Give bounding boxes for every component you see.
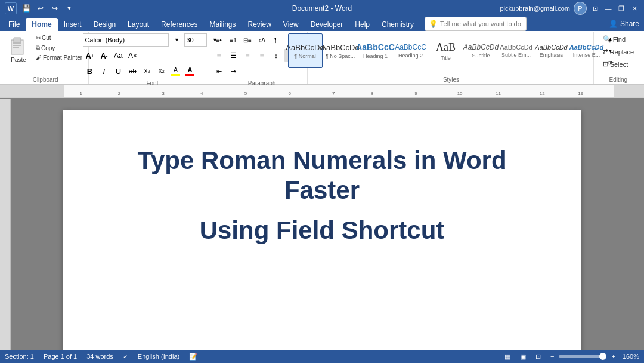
show-para-marks-button[interactable]: ¶ bbox=[270, 33, 283, 47]
share-button[interactable]: 👤 Share bbox=[609, 20, 639, 28]
justify-button[interactable]: ≡ bbox=[255, 49, 268, 62]
tab-chemistry[interactable]: Chemistry bbox=[376, 18, 420, 31]
language-indicator[interactable]: English (India) bbox=[138, 353, 179, 360]
svg-rect-1 bbox=[14, 38, 21, 42]
style-emphasis-preview: AaBbCcDd bbox=[535, 44, 567, 51]
font-name-input[interactable] bbox=[83, 33, 169, 47]
minimize-button[interactable]: — bbox=[603, 4, 613, 13]
title-bar-title: Document2 - Word bbox=[292, 4, 352, 13]
title-bar-left: W 💾 ↩ ↪ ▼ bbox=[5, 2, 75, 14]
read-mode-button[interactable]: ▦ bbox=[502, 352, 513, 361]
copy-button[interactable]: ⧉ Copy bbox=[33, 43, 85, 53]
bold-button[interactable]: B bbox=[83, 64, 96, 78]
select-button[interactable]: ⊡ Select bbox=[599, 59, 638, 70]
customize-quick-access-button[interactable]: ▼ bbox=[63, 2, 75, 14]
style-heading2[interactable]: AaBbCcC Heading 2 bbox=[394, 33, 428, 68]
cut-button[interactable]: ✂ Cut bbox=[33, 33, 85, 42]
styles-group: AaBbCcDd ¶ Normal AaBbCcDd ¶ No Spac... … bbox=[309, 32, 593, 84]
decrease-font-size-button[interactable]: A- bbox=[97, 49, 110, 62]
line-spacing-button[interactable]: ↕ bbox=[270, 49, 283, 62]
clear-formatting-button[interactable]: A✕ bbox=[126, 49, 139, 62]
font-size-input[interactable] bbox=[184, 33, 207, 47]
font-name-dropdown[interactable]: ▼ bbox=[170, 33, 183, 47]
lightbulb-icon: 💡 bbox=[429, 20, 438, 28]
find-button[interactable]: 🔍 Find bbox=[599, 33, 638, 45]
numbering-button[interactable]: ≡1 bbox=[227, 33, 240, 47]
web-layout-button[interactable]: ⊡ bbox=[533, 352, 543, 361]
document-title-line2: Using Field Shortcut bbox=[110, 216, 534, 245]
align-center-button[interactable]: ☰ bbox=[227, 49, 240, 62]
print-layout-button[interactable]: ▣ bbox=[518, 352, 528, 361]
ruler: 1 2 3 4 5 6 7 8 9 10 11 12 19 bbox=[0, 85, 644, 98]
style-normal[interactable]: AaBbCcDd ¶ Normal bbox=[288, 33, 323, 68]
save-button[interactable]: 💾 bbox=[20, 2, 32, 14]
align-right-button[interactable]: ≡ bbox=[241, 49, 254, 62]
style-subtle-emphasis[interactable]: AaBbCcDd Subtle Em... bbox=[499, 33, 534, 68]
text-highlight-button[interactable]: A bbox=[169, 64, 182, 78]
restore-button[interactable]: ❐ bbox=[617, 4, 626, 13]
tab-references[interactable]: References bbox=[155, 18, 203, 31]
tab-layout[interactable]: Layout bbox=[122, 18, 155, 31]
font-color-indicator bbox=[185, 74, 194, 76]
font-color-button[interactable]: A bbox=[183, 64, 196, 78]
increase-indent-button[interactable]: ⇥ bbox=[227, 64, 240, 78]
tell-me-bar[interactable]: 💡 bbox=[425, 17, 527, 31]
subscript-button[interactable]: X2 bbox=[140, 64, 153, 78]
svg-rect-3 bbox=[13, 45, 21, 46]
italic-button[interactable]: I bbox=[97, 64, 110, 78]
style-heading1[interactable]: AaBbCcC Heading 1 bbox=[358, 33, 393, 68]
zoom-slider[interactable] bbox=[559, 355, 606, 358]
change-case-button[interactable]: Aa bbox=[112, 49, 125, 62]
font-group: ▼ ▼ A+ A- Aa A✕ B I U ab X2 X2 A bbox=[90, 32, 215, 84]
underline-button[interactable]: U bbox=[112, 64, 125, 78]
status-right: ▦ ▣ ⊡ − + 160% bbox=[502, 352, 639, 361]
document-title-line1: Type Roman Numerals in Word Faster bbox=[110, 146, 534, 206]
style-subtitle[interactable]: AaBbCcDd Subtitle bbox=[464, 33, 499, 68]
tab-developer[interactable]: Developer bbox=[305, 18, 349, 31]
multilevel-list-button[interactable]: ⊟≡ bbox=[241, 33, 254, 47]
tab-home[interactable]: Home bbox=[26, 18, 57, 31]
ribbon: Paste ✂ Cut ⧉ Copy 🖌 Format Painter Clip… bbox=[0, 31, 644, 85]
redo-button[interactable]: ↪ bbox=[49, 2, 61, 14]
increase-font-size-button[interactable]: A+ bbox=[83, 49, 96, 62]
tab-mailings[interactable]: Mailings bbox=[203, 18, 242, 31]
search-icon: 🔍 bbox=[603, 35, 611, 43]
proofing-icon[interactable]: ✓ bbox=[123, 353, 128, 361]
title-bar: W 💾 ↩ ↪ ▼ Document2 - Word pickupbrain@g… bbox=[0, 0, 644, 17]
strikethrough-button[interactable]: ab bbox=[126, 64, 139, 78]
window-mode-button[interactable]: ⊡ bbox=[590, 4, 600, 13]
sort-button[interactable]: ↕A bbox=[255, 33, 268, 47]
tab-insert[interactable]: Insert bbox=[58, 18, 88, 31]
editing-group: 🔍 Find ⇄ Replace ⊡ Select Editing bbox=[595, 32, 642, 84]
tell-me-input[interactable] bbox=[440, 20, 522, 27]
user-avatar[interactable]: P bbox=[574, 2, 587, 15]
tab-review[interactable]: Review bbox=[242, 18, 277, 31]
style-nospace[interactable]: AaBbCcDd ¶ No Spac... bbox=[323, 33, 358, 68]
replace-button[interactable]: ⇄ Replace bbox=[599, 46, 638, 57]
tab-view[interactable]: View bbox=[277, 18, 305, 31]
paste-label: Paste bbox=[11, 57, 26, 63]
style-h2-preview: AaBbCcC bbox=[395, 43, 426, 51]
superscript-button[interactable]: X2 bbox=[154, 64, 168, 78]
decrease-indent-button[interactable]: ⇤ bbox=[212, 64, 225, 78]
tab-design[interactable]: Design bbox=[88, 18, 122, 31]
copy-icon: ⧉ bbox=[36, 44, 40, 51]
document-area[interactable]: Type Roman Numerals in Word Faster Using… bbox=[0, 98, 644, 350]
align-left-button[interactable]: ≡ bbox=[212, 49, 225, 62]
paste-button[interactable]: Paste bbox=[6, 33, 31, 65]
style-h1-preview: AaBbCcC bbox=[356, 42, 395, 52]
font-style-row: B I U ab X2 X2 A A bbox=[83, 64, 196, 78]
undo-button[interactable]: ↩ bbox=[35, 2, 47, 14]
zoom-slider-container: − + bbox=[548, 352, 618, 361]
bullets-button[interactable]: ≡• bbox=[212, 33, 225, 47]
style-title[interactable]: AaB Title bbox=[429, 33, 463, 68]
tab-file[interactable]: File bbox=[2, 18, 26, 31]
zoom-out-button[interactable]: − bbox=[548, 352, 556, 361]
style-emphasis[interactable]: AaBbCcDd Emphasis bbox=[534, 33, 569, 68]
track-changes-icon[interactable]: 📝 bbox=[189, 353, 197, 361]
close-button[interactable]: ✕ bbox=[630, 4, 639, 13]
document-page[interactable]: Type Roman Numerals in Word Faster Using… bbox=[63, 110, 581, 350]
tab-help[interactable]: Help bbox=[349, 18, 376, 31]
format-painter-button[interactable]: 🖌 Format Painter bbox=[33, 53, 85, 62]
zoom-in-button[interactable]: + bbox=[609, 352, 617, 361]
